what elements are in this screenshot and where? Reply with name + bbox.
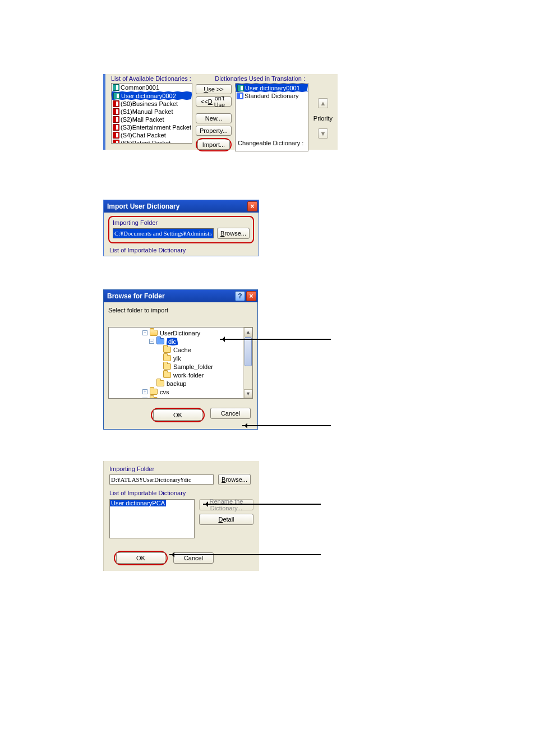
priority-column: ▲ Priority ▼ xyxy=(312,83,334,151)
list-item[interactable]: User dictionaryPCA xyxy=(110,500,166,506)
tree-node-label: Cache xyxy=(173,347,191,353)
list-item-label: (S1)Manual Packet xyxy=(121,108,173,115)
browse-button[interactable]: Browse... xyxy=(217,228,250,239)
dont-use-button[interactable]: << Don't Use xyxy=(196,96,232,107)
list-item[interactable]: Standard Dictionary xyxy=(236,92,308,100)
tree-scrollbar[interactable]: ▲ ▼ xyxy=(243,328,252,398)
folder-icon xyxy=(163,363,171,370)
folder-icon xyxy=(156,380,164,386)
list-item-label: User dictionary0002 xyxy=(121,93,176,99)
tree-node[interactable]: −UserDictionary xyxy=(109,329,243,337)
collapse-icon[interactable]: − xyxy=(142,330,147,335)
dict-action-buttons: Use >> << Don't Use New... Property... I… xyxy=(196,83,232,151)
list-item[interactable]: (S5)Patent Packet xyxy=(112,139,192,144)
list-item[interactable]: (S4)Chat Packet xyxy=(112,131,192,139)
importing-folder-label: Importing Folder xyxy=(109,465,253,472)
new-button[interactable]: New... xyxy=(196,113,232,123)
folder-icon xyxy=(156,338,164,344)
list-item-label: Common0001 xyxy=(121,84,159,91)
ok-button[interactable]: OK xyxy=(153,409,202,421)
property-button[interactable]: Property... xyxy=(196,126,232,136)
tree-node-label: dic xyxy=(167,338,178,345)
dialog-titlebar: Browse for Folder ? × xyxy=(104,290,257,302)
collapse-icon[interactable]: − xyxy=(149,339,154,344)
tree-node[interactable]: Cache xyxy=(109,345,243,354)
close-icon[interactable]: × xyxy=(246,291,256,301)
importable-list-label: List of Importable Dictionary xyxy=(109,490,253,496)
list-item-label: Standard Dictionary xyxy=(245,93,299,99)
list-item[interactable]: (S1)Manual Packet xyxy=(112,108,192,116)
folder-icon xyxy=(150,330,158,336)
list-item-label: (S5)Patent Packet xyxy=(121,140,170,144)
list-item[interactable]: User dictionary0001 xyxy=(236,84,308,92)
tree-node-label: FM_BACKUP xyxy=(160,397,197,399)
book-icon xyxy=(237,93,243,99)
folder-icon xyxy=(163,355,171,361)
list-item[interactable]: User dictionary0002 xyxy=(112,91,192,100)
tree-node-label: cvs xyxy=(160,389,169,395)
priority-down-button[interactable]: ▼ xyxy=(318,128,328,139)
scroll-thumb[interactable] xyxy=(245,337,252,366)
list-item[interactable]: (S3)Entertainment Packet xyxy=(112,123,192,131)
tree-node[interactable]: +FM_BACKUP xyxy=(109,396,243,398)
expand-icon[interactable]: + xyxy=(142,398,147,398)
book-icon xyxy=(113,116,119,123)
browse-instruction: Select folder to import xyxy=(108,307,253,314)
tree-node[interactable]: +cvs xyxy=(109,388,243,396)
folder-icon xyxy=(150,389,158,395)
dictionaries-panel: List of Available Dictionaries : Diction… xyxy=(103,74,338,150)
expand-icon[interactable]: + xyxy=(142,389,147,394)
import-button[interactable]: Import... xyxy=(197,140,230,150)
scroll-down-icon[interactable]: ▼ xyxy=(244,389,252,398)
tree-node[interactable]: work-folder xyxy=(109,371,243,379)
import-user-dictionary-dialog: Import User Dictionary × Importing Folde… xyxy=(103,200,259,256)
importing-folder-highlight: Importing Folder Browse... xyxy=(108,216,254,243)
folder-icon xyxy=(163,347,171,353)
list-item-label: (S2)Mail Packet xyxy=(121,116,164,123)
browse-for-folder-dialog: Browse for Folder ? × Select folder to i… xyxy=(103,289,258,430)
import-highlight: Import... xyxy=(196,138,232,151)
available-dicts-label: List of Available Dictionaries : xyxy=(111,75,191,82)
close-icon[interactable]: × xyxy=(247,201,257,211)
list-item[interactable]: (S0)Business Packet xyxy=(112,100,192,108)
tree-node[interactable]: Sample_folder xyxy=(109,362,243,371)
folder-icon xyxy=(163,372,171,378)
cancel-button[interactable]: Cancel xyxy=(210,408,251,419)
book-icon xyxy=(113,132,119,139)
list-item-label: User dictionary0001 xyxy=(245,85,300,91)
priority-up-button[interactable]: ▲ xyxy=(318,98,328,108)
import-folder-path-input[interactable] xyxy=(113,228,214,238)
use-button[interactable]: Use >> xyxy=(196,84,232,94)
help-icon[interactable]: ? xyxy=(235,291,245,301)
used-dicts-label: Dictionaries Used in Translation : xyxy=(215,75,305,82)
ok-button[interactable]: OK xyxy=(116,552,165,564)
dialog-title: Browse for Folder xyxy=(107,292,165,300)
ok-highlight: OK xyxy=(151,408,205,422)
importing-folder-label: Importing Folder xyxy=(113,219,250,226)
annotation-arrow xyxy=(220,339,331,340)
tree-node[interactable]: ylk xyxy=(109,354,243,362)
ok-highlight: OK xyxy=(114,551,168,565)
book-icon xyxy=(113,108,119,115)
tree-node-label: work-folder xyxy=(173,372,204,379)
priority-label: Priority xyxy=(313,115,333,122)
dialog-title: Import User Dictionary xyxy=(107,202,179,210)
detail-button[interactable]: Detail xyxy=(199,514,253,525)
list-item-label: (S3)Entertainment Packet xyxy=(121,124,191,131)
import-folder-path-input[interactable] xyxy=(109,474,214,485)
tree-node-label: Sample_folder xyxy=(173,363,213,370)
scroll-up-icon[interactable]: ▲ xyxy=(244,328,252,336)
book-icon xyxy=(237,85,244,91)
book-icon xyxy=(113,100,119,107)
folder-tree[interactable]: −UserDictionary−dicCacheylkSample_folder… xyxy=(108,327,253,399)
browse-button[interactable]: Browse... xyxy=(218,474,251,485)
list-item-label: (S4)Chat Packet xyxy=(121,132,166,139)
book-icon xyxy=(113,140,119,144)
tree-node-label: UserDictionary xyxy=(160,330,200,336)
importable-dict-list[interactable]: User dictionaryPCA xyxy=(109,499,195,538)
list-item[interactable]: Common0001 xyxy=(112,84,192,91)
list-item[interactable]: (S2)Mail Packet xyxy=(112,116,192,123)
dialog-titlebar: Import User Dictionary × xyxy=(104,200,259,213)
available-dicts-list[interactable]: Common0001User dictionary0002(S0)Busines… xyxy=(111,83,192,144)
tree-node[interactable]: backup xyxy=(109,379,243,388)
